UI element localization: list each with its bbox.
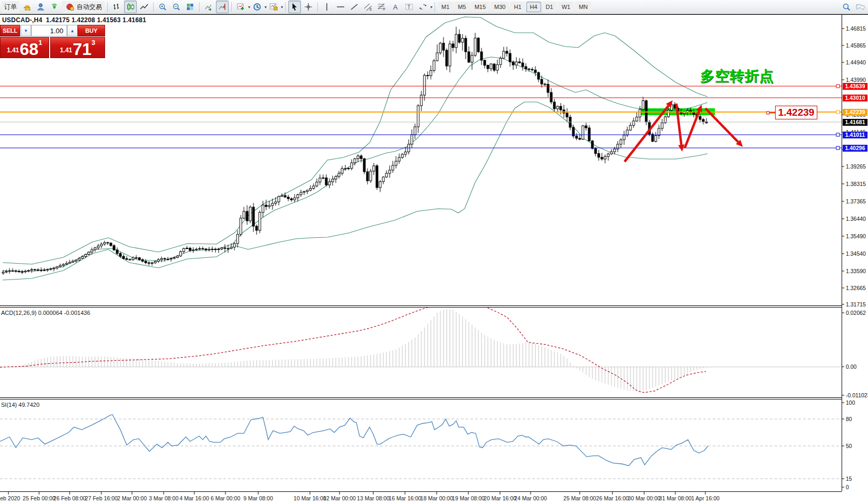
toolbar: 订单 自动交易	[0, 0, 868, 14]
signals-icon[interactable]	[48, 1, 61, 13]
macd-indicator-label: ACD(12,26,9) 0.000064 -0.001436	[1, 310, 90, 316]
toolbar-separator	[285, 2, 286, 12]
price-level-value: 1.42239	[778, 107, 815, 118]
macd-axis-tick: -0.011023	[846, 392, 868, 398]
zoom-in-icon[interactable]	[156, 1, 169, 13]
timeframe-bar: M1M5M15M30H1H4D1W1MN	[437, 2, 592, 12]
shapes-icon[interactable]	[417, 1, 429, 13]
text-tool-icon[interactable]: A	[389, 1, 402, 13]
price-tag-1.41011: 1.41011	[843, 132, 867, 138]
price-tag-1.43639: 1.43639	[843, 83, 867, 90]
toolbar-separator	[231, 2, 232, 12]
buy-price-sup: 3	[91, 39, 95, 46]
order-button[interactable]: 订单	[2, 1, 20, 13]
shapes-dropdown-icon[interactable]: ▾	[430, 5, 432, 10]
toolbar-separator	[153, 2, 154, 12]
rsi-indicator-label: SI(14) 49.7420	[1, 402, 40, 408]
price-tick: 1.31715	[846, 301, 866, 308]
zoom-out-icon[interactable]	[170, 1, 183, 13]
time-label: 12 Mar 00:00	[323, 495, 356, 501]
timeframe-m30[interactable]: M30	[490, 2, 509, 12]
volume-decrease-button[interactable]: ▼	[21, 25, 31, 36]
price-tick: 1.33590	[846, 268, 866, 274]
auto-scroll-icon[interactable]	[202, 1, 215, 13]
rsi-axis-tick: 100	[846, 399, 855, 406]
volume-input[interactable]	[31, 25, 67, 36]
price-tick: 1.39265	[846, 163, 866, 170]
bar-chart-icon[interactable]	[110, 1, 123, 13]
price-tick: 1.38315	[846, 181, 866, 187]
toolbar-separator	[199, 2, 200, 12]
periods-dropdown-icon[interactable]: ▾	[265, 5, 267, 10]
cursor-icon[interactable]	[288, 1, 301, 13]
price-level-label[interactable]: 1.42239	[775, 106, 817, 119]
price-tick: 1.32665	[846, 285, 866, 291]
horizontal-line-icon[interactable]	[334, 1, 347, 13]
autotrade-button[interactable]: 自动交易	[62, 1, 105, 13]
text-label-icon[interactable]: T	[403, 1, 416, 13]
price-tag-1.43010: 1.43010	[843, 95, 867, 101]
indicators-icon[interactable]	[234, 1, 247, 13]
mt4-window: 订单 自动交易	[0, 0, 868, 503]
price-tick: 1.44940	[846, 59, 866, 66]
gold-icon[interactable]	[21, 1, 33, 13]
price-tag-1.42239: 1.42239	[843, 109, 867, 116]
timeframe-w1[interactable]: W1	[558, 2, 574, 12]
equidistant-channel-icon[interactable]: E	[362, 1, 374, 13]
rsi-axis-tick: 15	[846, 476, 852, 482]
buy-button[interactable]: BUY	[78, 25, 105, 36]
time-label: 3 Mar 08:00	[149, 495, 178, 501]
community-icon[interactable]	[34, 1, 47, 13]
timeframe-mn[interactable]: MN	[575, 2, 591, 12]
toolbar-separator	[107, 2, 108, 12]
chart-shift-icon[interactable]	[216, 1, 229, 13]
timeframe-m15[interactable]: M15	[471, 2, 489, 12]
timeframe-m5[interactable]: M5	[454, 2, 469, 12]
timeframe-d1[interactable]: D1	[542, 2, 557, 12]
time-label: 9 Mar 08:00	[243, 495, 273, 501]
svg-text:E: E	[370, 7, 372, 11]
rsi-axis-tick: 50	[846, 443, 852, 449]
volume-increase-button[interactable]: ▲	[67, 25, 78, 36]
time-label: 25 Feb 00:00	[23, 495, 55, 501]
timeframe-h4[interactable]: H4	[526, 2, 541, 12]
timeframe-h1[interactable]: H1	[510, 2, 525, 12]
macd-signal-line	[0, 302, 706, 393]
timeframe-m1[interactable]: M1	[438, 2, 453, 12]
sell-price-big: 68	[20, 42, 39, 56]
sell-price-prefix: 1.41	[7, 46, 19, 54]
price-tag-1.41681: 1.41681	[843, 119, 867, 126]
crosshair-icon[interactable]	[302, 1, 315, 13]
toolbar-separator	[435, 2, 435, 12]
periods-icon[interactable]	[251, 1, 263, 13]
time-label: 26 Mar 16:00	[596, 495, 629, 501]
sell-price-sup: 1	[39, 39, 42, 46]
templates-dropdown-icon[interactable]: ▾	[281, 5, 283, 10]
sell-price-panel[interactable]: 1.41 68 1	[0, 37, 49, 58]
time-label: 2 Mar 00:00	[117, 495, 147, 501]
price-tick: 1.45865	[846, 42, 866, 49]
macd-axis-tick: 0.02062	[846, 310, 866, 316]
autotrade-icon	[65, 2, 76, 12]
templates-icon[interactable]	[267, 1, 280, 13]
trendline-icon[interactable]	[348, 1, 361, 13]
sell-button[interactable]: SELL	[0, 25, 20, 36]
rsi-axis-tick: 0	[846, 484, 849, 490]
svg-text:T: T	[408, 4, 411, 10]
fibonacci-icon[interactable]: F	[375, 1, 388, 13]
turning-point-annotation[interactable]: 多空转折点	[700, 67, 774, 86]
vertical-line-icon[interactable]	[320, 1, 333, 13]
search-icon[interactable]	[840, 1, 853, 13]
time-label: 24 Mar 00:00	[514, 495, 547, 501]
tile-windows-icon[interactable]	[184, 1, 196, 13]
time-label: 6 Mar 00:00	[211, 495, 240, 501]
price-tick: 1.37365	[846, 198, 866, 204]
price-tick: 1.43990	[846, 77, 866, 83]
price-tick: 1.36440	[846, 216, 866, 222]
chat-icon[interactable]	[854, 1, 866, 13]
buy-price-panel[interactable]: 1.41 71 3	[50, 37, 105, 58]
indicators-dropdown-icon[interactable]: ▾	[248, 5, 250, 10]
time-label: 25 Mar 08:00	[563, 495, 596, 501]
line-chart-icon[interactable]	[138, 1, 150, 13]
candle-chart-icon[interactable]	[124, 1, 137, 13]
